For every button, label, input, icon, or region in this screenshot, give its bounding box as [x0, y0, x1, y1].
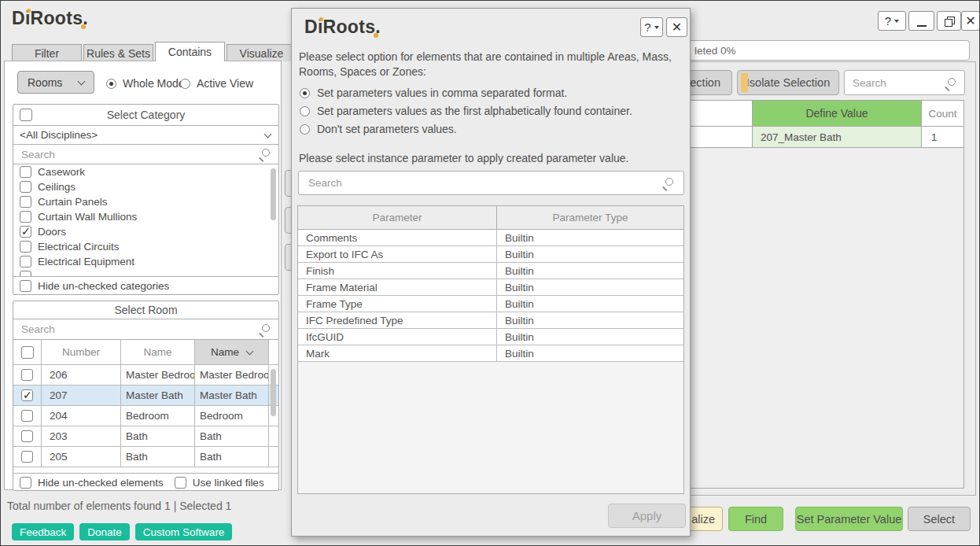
- parameter-row-mark[interactable]: Mark Builtin: [298, 345, 683, 362]
- isolate-selection-button[interactable]: Isolate Selection: [737, 70, 839, 95]
- category-item-curtain-wall-mullions[interactable]: Curtain Wall Mullions: [13, 209, 278, 224]
- option-dont-set[interactable]: Don't set parameters values.: [300, 123, 457, 135]
- category-label: Casework: [38, 166, 85, 178]
- parameter-row-finish[interactable]: Finish Builtin: [298, 263, 683, 279]
- checkbox[interactable]: [21, 369, 33, 381]
- checkbox[interactable]: [20, 226, 31, 238]
- column-label: Name: [211, 346, 239, 358]
- hide-unchecked-categories-checkbox[interactable]: [20, 280, 31, 292]
- room-name: Bath: [126, 451, 148, 463]
- right-search-input[interactable]: [853, 77, 948, 89]
- category-search-input[interactable]: [21, 149, 240, 160]
- feedback-button[interactable]: Feedback: [12, 523, 74, 540]
- room-row-203[interactable]: 203 Bath Bath: [13, 426, 278, 447]
- apply-button[interactable]: Apply: [608, 504, 686, 528]
- room-number: 206: [50, 369, 68, 381]
- room-table-scrollbar[interactable]: [271, 369, 276, 416]
- button-label: Apply: [632, 509, 662, 522]
- checkbox[interactable]: [20, 256, 31, 267]
- checkbox[interactable]: [21, 430, 33, 442]
- radio-whole-model[interactable]: Whole Model: [106, 77, 187, 90]
- custom-software-button[interactable]: Custom Software: [135, 523, 233, 540]
- use-linked-files-checkbox[interactable]: [175, 477, 186, 489]
- checkbox[interactable]: [21, 451, 33, 463]
- column-label: Number: [62, 346, 100, 358]
- room-name: Master Bedroom: [126, 369, 195, 381]
- select-button[interactable]: Select: [908, 507, 971, 531]
- option-first-alphabetical[interactable]: Set parameters values as the first alpha…: [300, 105, 632, 117]
- room-number: 204: [50, 410, 68, 422]
- room-row-205[interactable]: 205 Bath Bath: [13, 447, 278, 467]
- parameter-row-frame-type[interactable]: Frame Type Builtin: [298, 296, 683, 312]
- donate-button[interactable]: Donate: [79, 523, 130, 540]
- parameter-name: IFC Predefined Type: [306, 315, 403, 326]
- checkbox[interactable]: [20, 271, 31, 276]
- room-panel-header: Select Room: [13, 301, 278, 319]
- tab-visualize[interactable]: Visualize: [227, 44, 297, 61]
- category-list-scrollbar[interactable]: [271, 168, 276, 220]
- parameter-row-ifc-predefined-type[interactable]: IFC Predefined Type Builtin: [298, 312, 683, 329]
- room-row-207[interactable]: 207 Master Bath Master Bath: [13, 386, 278, 406]
- checkbox[interactable]: [20, 181, 31, 193]
- dialog-help-button[interactable]: ?: [640, 17, 663, 37]
- minimize-button[interactable]: [908, 11, 934, 31]
- room-row-204[interactable]: 204 Bedroom Bedroom: [13, 406, 278, 426]
- category-label: Ceilings: [38, 181, 76, 193]
- checkbox[interactable]: [20, 166, 31, 178]
- tab-rules-sets[interactable]: Rules & Sets: [83, 44, 153, 61]
- results-cell-define-value[interactable]: 207_Master Bath: [753, 127, 922, 147]
- help-icon: ?: [644, 20, 650, 34]
- isolate-accent-bar-icon: [741, 73, 748, 92]
- column-parameter: Parameter: [298, 206, 497, 229]
- tab-contains[interactable]: Contains: [155, 42, 225, 61]
- chevron-down-icon: [264, 130, 272, 138]
- category-label: Curtain Wall Mullions: [38, 211, 137, 223]
- restore-button[interactable]: [937, 11, 961, 31]
- category-item-casework[interactable]: Casework: [13, 164, 278, 179]
- category-item-partial[interactable]: [13, 269, 278, 276]
- checkbox[interactable]: [21, 389, 33, 401]
- help-menu-button[interactable]: ?: [878, 11, 906, 31]
- category-item-doors[interactable]: Doors: [13, 224, 278, 239]
- category-panel-title: Select Category: [13, 109, 278, 121]
- room-search-input[interactable]: [21, 323, 240, 335]
- select-all-rooms-checkbox[interactable]: [21, 346, 34, 359]
- room-search-row: [13, 319, 278, 340]
- scope-dropdown[interactable]: Rooms: [17, 71, 94, 94]
- hide-unchecked-categories-row[interactable]: Hide un-checked categories: [13, 276, 278, 295]
- category-item-electrical-equipment[interactable]: Electrical Equipment: [13, 254, 278, 269]
- discipline-dropdown[interactable]: <All Disciplines>: [13, 126, 278, 145]
- logo-orange-dot-icon: [319, 17, 323, 21]
- checkbox[interactable]: [20, 241, 31, 253]
- checkbox[interactable]: [20, 211, 31, 223]
- parameter-search-input[interactable]: [308, 177, 627, 189]
- parameter-row-export-to-ifc-as[interactable]: Export to IFC As Builtin: [298, 246, 683, 263]
- select-all-categories-checkbox[interactable]: [20, 109, 32, 121]
- checkbox[interactable]: [21, 410, 33, 422]
- category-label: Curtain Panels: [38, 196, 108, 208]
- category-label: Doors: [38, 226, 66, 238]
- category-label: Electrical Circuits: [38, 241, 120, 253]
- parameter-row-frame-material[interactable]: Frame Material Builtin: [298, 279, 683, 296]
- minimize-icon: [917, 16, 927, 27]
- parameter-row-comments[interactable]: Comments Builtin: [298, 230, 683, 246]
- radio-active-view[interactable]: Active View: [180, 77, 253, 90]
- parameter-table: Parameter Parameter Type Comments Builti…: [297, 205, 684, 494]
- button-label: Select: [923, 513, 955, 526]
- room-name: Bedroom: [126, 410, 169, 422]
- option-comma-separated[interactable]: Set parameters values in comma separated…: [300, 87, 567, 99]
- find-button[interactable]: Find: [728, 507, 783, 531]
- room-row-206[interactable]: 206 Master Bedroom Master Bedroom: [13, 365, 278, 386]
- category-item-ceilings[interactable]: Ceilings: [13, 179, 278, 194]
- tab-filter[interactable]: Filter: [12, 44, 82, 61]
- parameter-row-ifcguid[interactable]: IfcGUID Builtin: [298, 329, 683, 345]
- room-table-header: Number Name Name: [13, 340, 278, 365]
- hide-unchecked-elements-checkbox[interactable]: [20, 477, 31, 489]
- dialog-close-button[interactable]: ✕: [666, 17, 687, 37]
- category-item-curtain-panels[interactable]: Curtain Panels: [13, 194, 278, 209]
- checkbox[interactable]: [20, 196, 31, 208]
- set-parameter-value-button[interactable]: Set Parameter Value: [795, 507, 903, 531]
- category-item-electrical-circuits[interactable]: Electrical Circuits: [13, 239, 278, 254]
- close-button[interactable]: ✕: [961, 11, 980, 31]
- room-column-name-dropdown[interactable]: Name: [195, 340, 269, 364]
